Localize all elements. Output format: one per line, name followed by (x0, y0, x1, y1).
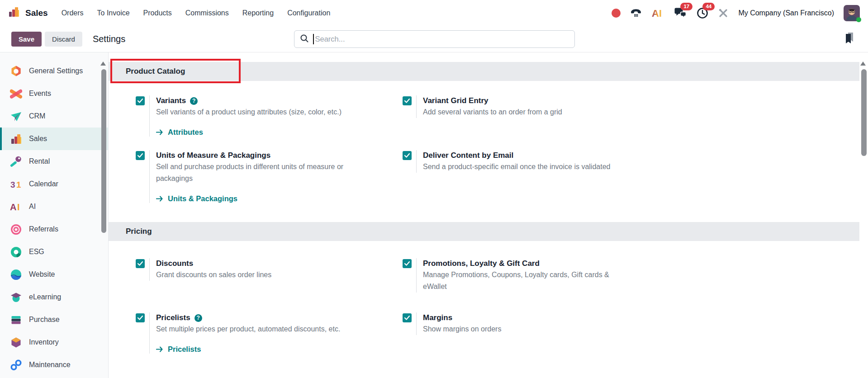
content-scroll-up-arrow[interactable] (860, 61, 866, 66)
ai-icon[interactable]: AI (651, 7, 665, 19)
ai-icon: AI (10, 201, 22, 213)
setting-text: Promotions, Loyalty & Gift CardManage Pr… (416, 258, 624, 293)
setting-description: Send a product-specific email once the i… (423, 161, 610, 173)
sidebar-item-crm[interactable]: CRM (0, 105, 108, 128)
sidebar-item-label: Inventory (29, 338, 59, 346)
setting-description: Sell and purchase products in different … (156, 161, 357, 184)
chat-badge: 17 (680, 3, 693, 10)
sidebar-item-label: Calendar (29, 180, 58, 188)
checkbox-deliver-content-by-email[interactable] (403, 151, 412, 160)
content-scrollbar-thumb[interactable] (861, 69, 867, 156)
link-units-packagings[interactable]: Units & Packagings (156, 194, 357, 203)
referrals-icon (10, 223, 22, 236)
help-icon[interactable]: ? (194, 314, 202, 322)
menu-item-to-invoice[interactable]: To Invoice (97, 9, 130, 17)
chat-icon[interactable]: 17 (674, 7, 687, 19)
app-switcher[interactable]: Sales (8, 6, 48, 20)
menu-item-commissions[interactable]: Commissions (185, 9, 229, 17)
checkbox-margins[interactable] (403, 313, 412, 322)
setting-title: Promotions, Loyalty & Gift Card (423, 258, 540, 269)
setting-text: Deliver Content by EmailSend a product-s… (416, 150, 610, 173)
calendar-icon: 31 (10, 178, 22, 190)
svg-text:I: I (17, 202, 20, 212)
checkbox-variant-grid-entry[interactable] (403, 96, 412, 105)
search-input[interactable] (314, 35, 569, 43)
link-attributes[interactable]: Attributes (156, 128, 342, 137)
checkbox-pricelists[interactable] (136, 313, 145, 322)
checkbox-variants[interactable] (136, 96, 145, 105)
top-navbar: Sales OrdersTo InvoiceProductsCommission… (0, 0, 868, 26)
tools-icon[interactable] (718, 8, 729, 19)
sidebar-item-label: Website (29, 270, 55, 279)
setting-title: Units of Measure & Packagings (156, 150, 270, 161)
sidebar-item-maintenance[interactable]: Maintenance (0, 354, 108, 376)
sidebar-item-sales[interactable]: Sales (0, 128, 108, 150)
arrow-right-icon (156, 129, 163, 135)
record-icon[interactable] (612, 9, 621, 18)
setting-description: Manage Promotions, Coupons, Loyalty card… (423, 269, 624, 293)
main-menu: OrdersTo InvoiceProductsCommissionsRepor… (62, 9, 331, 17)
setting-title: Variant Grid Entry (423, 95, 489, 106)
sidebar-item-elearning[interactable]: eLearning (0, 286, 108, 308)
checkbox-promotions-loyalty-gift-card[interactable] (403, 259, 412, 268)
section-title: Product Catalog (126, 67, 185, 76)
settings-content: Product CatalogVariants?Sell variants of… (109, 52, 868, 378)
checkbox-discounts[interactable] (136, 259, 145, 268)
sidebar-item-inventory[interactable]: Inventory (0, 331, 108, 354)
setting-discounts: DiscountsGrant discounts on sales order … (109, 258, 375, 281)
sidebar-item-label: Referrals (29, 225, 58, 233)
sidebar-item-rental[interactable]: Rental (0, 150, 108, 173)
sidebar-scroll-up-arrow[interactable] (100, 61, 106, 66)
setting-title: Pricelists (156, 312, 190, 323)
phone-icon[interactable] (630, 8, 642, 19)
menu-item-products[interactable]: Products (143, 9, 172, 17)
section-header-product-catalog: Product Catalog (109, 62, 859, 81)
company-selector[interactable]: My Company (San Francisco) (738, 9, 834, 17)
page-title: Settings (93, 34, 125, 44)
sidebar-item-events[interactable]: Events (0, 82, 108, 105)
user-avatar[interactable] (844, 5, 860, 21)
text-cursor (313, 34, 314, 44)
section-title: Pricing (126, 227, 152, 236)
rental-icon (10, 156, 22, 168)
save-button[interactable]: Save (11, 32, 42, 47)
svg-text:AI: AI (652, 8, 662, 19)
events-icon (10, 88, 22, 100)
setting-deliver-content-by-email: Deliver Content by EmailSend a product-s… (375, 150, 642, 173)
settings-grid: DiscountsGrant discounts on sales order … (109, 258, 859, 354)
esg-icon (10, 246, 22, 258)
menu-item-orders[interactable]: Orders (62, 9, 84, 17)
menu-item-reporting[interactable]: Reporting (242, 9, 274, 17)
sidebar-item-label: Maintenance (29, 361, 71, 369)
sidebar-item-referrals[interactable]: Referrals (0, 218, 108, 241)
sidebar-scrollbar-thumb[interactable] (101, 69, 106, 233)
sidebar-item-general-settings[interactable]: General Settings (0, 60, 108, 82)
menu-item-configuration[interactable]: Configuration (287, 9, 330, 17)
help-icon[interactable]: ? (190, 97, 198, 105)
sidebar-item-label: eLearning (29, 293, 61, 301)
link-label: Units & Packagings (168, 194, 237, 203)
sidebar-item-esg[interactable]: ESG (0, 241, 108, 263)
setting-description: Show margins on orders (423, 323, 501, 335)
checkbox-units-of-measure-packagings[interactable] (136, 151, 145, 160)
setting-variant-grid-entry: Variant Grid EntryAdd several variants t… (375, 95, 642, 118)
setting-title: Variants (156, 95, 186, 106)
sidebar-item-ai[interactable]: AIAI (0, 195, 108, 218)
setting-units-of-measure-packagings: Units of Measure & PackagingsSell and pu… (109, 150, 375, 203)
setting-title: Margins (423, 312, 452, 323)
search-box[interactable] (294, 30, 575, 48)
sidebar-item-purchase[interactable]: Purchase (0, 308, 108, 331)
settings-grid: Variants?Sell variants of a product usin… (109, 95, 859, 203)
activity-clock-icon[interactable]: 44 (697, 7, 708, 19)
discard-button[interactable]: Discard (45, 32, 82, 47)
svg-text:1: 1 (16, 180, 21, 189)
inventory-icon (10, 336, 22, 349)
sidebar-item-website[interactable]: Website (0, 263, 108, 286)
sidebar-item-calendar[interactable]: 31Calendar (0, 173, 108, 195)
bookmark-icon[interactable] (844, 32, 855, 46)
arrow-right-icon (156, 346, 163, 352)
setting-description: Set multiple prices per product, automat… (156, 323, 340, 335)
settings-sidebar: General SettingsEventsCRMSalesRental31Ca… (0, 52, 109, 378)
link-pricelists[interactable]: Pricelists (156, 345, 340, 354)
setting-description: Add several variants to an order from a … (423, 106, 562, 118)
